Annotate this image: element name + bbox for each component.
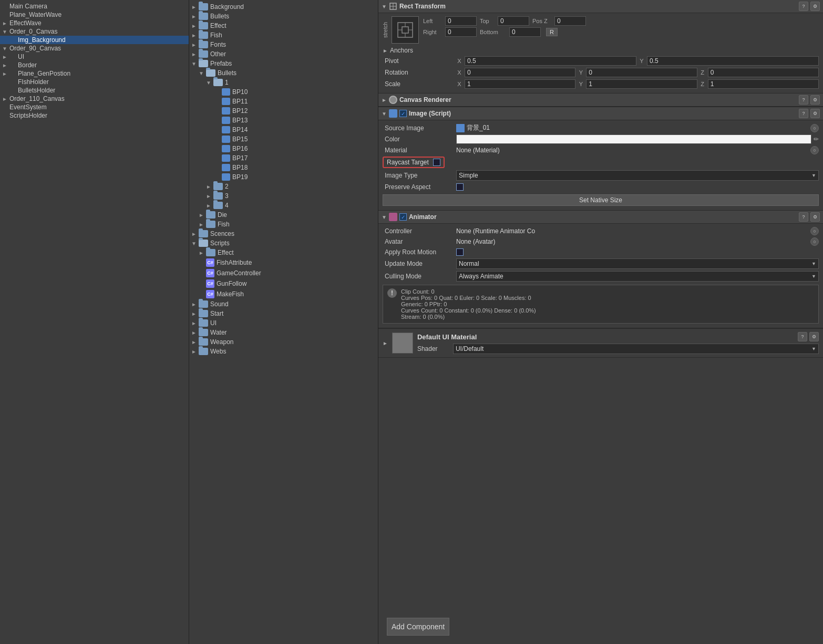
hierarchy-item[interactable]: ScriptsHolder (0, 111, 189, 120)
rot-z-input[interactable] (708, 68, 819, 77)
rect-transform-doc-btn[interactable]: ? (799, 2, 808, 11)
arrow-icon: ► (2, 96, 8, 102)
anchor-widget[interactable] (392, 16, 419, 44)
material-doc-btn[interactable]: ? (798, 332, 807, 341)
bottom-input[interactable] (509, 27, 541, 37)
project-item-bp18[interactable]: BP18 (189, 163, 378, 172)
project-item-bullets-sub[interactable]: ▼ Bullets (189, 68, 378, 78)
project-item-1[interactable]: ▼ 1 (189, 78, 378, 87)
controller-select-btn[interactable]: ○ (810, 227, 819, 235)
scale-z-input[interactable] (708, 79, 819, 89)
canvas-renderer-doc-btn[interactable]: ? (799, 95, 808, 105)
hierarchy-item[interactable]: BulletsHolder (0, 86, 189, 95)
image-type-dropdown[interactable]: Simple ▼ (456, 170, 819, 181)
project-item-webs[interactable]: ► Webs (189, 347, 378, 356)
apply-root-motion-checkbox[interactable] (456, 248, 464, 256)
project-item-scripts[interactable]: ▼ Scripts (189, 238, 378, 248)
left-input[interactable] (445, 16, 477, 26)
project-item-2[interactable]: ► 2 (189, 182, 378, 191)
posz-input[interactable] (554, 16, 586, 26)
scale-y-input[interactable] (586, 79, 697, 89)
project-item-bp15[interactable]: BP15 (189, 134, 378, 144)
project-item-gamecontroller[interactable]: C# GameController (189, 268, 378, 278)
project-item-bp14[interactable]: BP14 (189, 125, 378, 134)
top-input[interactable] (498, 16, 529, 26)
r-button[interactable]: R (546, 28, 558, 36)
project-item-bullets[interactable]: ► Bullets (189, 12, 378, 21)
project-item-prefabs[interactable]: ▼ Prefabs (189, 59, 378, 68)
pivot-y-input[interactable] (647, 56, 819, 66)
folder-icon (199, 13, 208, 20)
project-item-fishattribute[interactable]: C# FishAttribute (189, 257, 378, 268)
set-native-size-button[interactable]: Set Native Size (383, 194, 819, 206)
hierarchy-item[interactable]: Main Camera (0, 2, 189, 11)
animator-header[interactable]: ▼ Animator ? ⚙ (378, 211, 823, 224)
preserve-aspect-checkbox[interactable] (456, 183, 464, 191)
hierarchy-item[interactable]: EventSystem (0, 103, 189, 111)
animator-doc-btn[interactable]: ? (799, 212, 808, 222)
project-item-3[interactable]: ► 3 (189, 191, 378, 201)
raycast-target-checkbox[interactable] (433, 159, 440, 166)
update-mode-dropdown[interactable]: Normal ▼ (456, 258, 819, 269)
project-item-effect-sub[interactable]: ► Effect (189, 248, 378, 257)
project-item-gunfollow[interactable]: C# GunFollow (189, 278, 378, 289)
project-item-fish[interactable]: ► Fish (189, 30, 378, 40)
project-item-bp16[interactable]: BP16 (189, 144, 378, 153)
avatar-select-btn[interactable]: ○ (810, 237, 819, 246)
canvas-renderer-header[interactable]: ► Canvas Renderer ? ⚙ (378, 94, 823, 107)
project-item-sound[interactable]: ► Sound (189, 299, 378, 309)
canvas-renderer-settings-btn[interactable]: ⚙ (810, 95, 820, 105)
hierarchy-item[interactable]: Plane_WaterWave (0, 11, 189, 19)
material-settings-btn[interactable]: ⚙ (809, 332, 819, 341)
project-item-bp10[interactable]: BP10 (189, 87, 378, 97)
project-item-other[interactable]: ► Other (189, 49, 378, 59)
image-script-header[interactable]: ▼ Image (Script) ? ⚙ (378, 107, 823, 120)
hierarchy-item[interactable]: ▼ Order_90_Canvas (0, 44, 189, 53)
shader-dropdown[interactable]: UI/Default ▼ (453, 344, 819, 354)
color-swatch[interactable] (456, 134, 811, 144)
project-item-scences[interactable]: ► Scences (189, 229, 378, 238)
project-item-water[interactable]: ► Water (189, 328, 378, 337)
project-item-effect[interactable]: ► Effect (189, 21, 378, 30)
project-item-die[interactable]: ► Die (189, 210, 378, 220)
culling-mode-dropdown[interactable]: Always Animate ▼ (456, 271, 819, 282)
animator-enabled-checkbox[interactable] (399, 213, 407, 221)
project-item-fish-sub[interactable]: ► Fish (189, 220, 378, 229)
source-image-select-btn[interactable]: ○ (810, 124, 819, 132)
hierarchy-item[interactable]: ▼ Order_0_Canvas (0, 27, 189, 36)
project-item-start[interactable]: ► Start (189, 309, 378, 318)
hierarchy-item[interactable]: ► Plane_GenPostion (0, 69, 189, 78)
project-item-ui[interactable]: ► UI (189, 318, 378, 328)
image-script-settings-btn[interactable]: ⚙ (810, 109, 820, 118)
project-item-4[interactable]: ► 4 (189, 201, 378, 210)
rect-transform-settings-btn[interactable]: ⚙ (810, 2, 820, 11)
project-item-bp13[interactable]: BP13 (189, 116, 378, 125)
project-item-weapon[interactable]: ► Weapon (189, 337, 378, 347)
hierarchy-item[interactable]: ► Border (0, 61, 189, 69)
image-script-doc-btn[interactable]: ? (799, 109, 808, 118)
hierarchy-item[interactable]: ► Order_110_Canvas (0, 95, 189, 103)
add-component-button[interactable]: Add Component (387, 618, 449, 636)
pivot-x-input[interactable] (465, 56, 636, 66)
rect-transform-header[interactable]: ▼ Rect Transform ? ⚙ (378, 0, 823, 13)
project-item-bp11[interactable]: BP11 (189, 97, 378, 106)
project-item-bp12[interactable]: BP12 (189, 106, 378, 116)
eyedropper-icon[interactable]: ✏ (814, 136, 819, 143)
hierarchy-item[interactable]: ► UI (0, 53, 189, 61)
hierarchy-item-selected[interactable]: Img_Background (0, 36, 189, 44)
project-item-background[interactable]: ► Background (189, 2, 378, 12)
project-item-bp17[interactable]: BP17 (189, 153, 378, 163)
material-select-btn[interactable]: ○ (810, 146, 819, 154)
animator-settings-btn[interactable]: ⚙ (810, 212, 820, 222)
folder-icon (213, 183, 223, 190)
rot-x-input[interactable] (465, 68, 575, 77)
hierarchy-item[interactable]: ► EffectWave (0, 19, 189, 27)
project-item-bp19[interactable]: BP19 (189, 172, 378, 182)
image-script-enabled-checkbox[interactable] (399, 110, 407, 117)
right-input[interactable] (445, 27, 477, 37)
rot-y-input[interactable] (586, 68, 697, 77)
project-item-fonts[interactable]: ► Fonts (189, 40, 378, 49)
hierarchy-item[interactable]: FIshHolder (0, 78, 189, 86)
project-item-makefish[interactable]: C# MakeFish (189, 289, 378, 299)
scale-x-input[interactable] (465, 79, 575, 89)
